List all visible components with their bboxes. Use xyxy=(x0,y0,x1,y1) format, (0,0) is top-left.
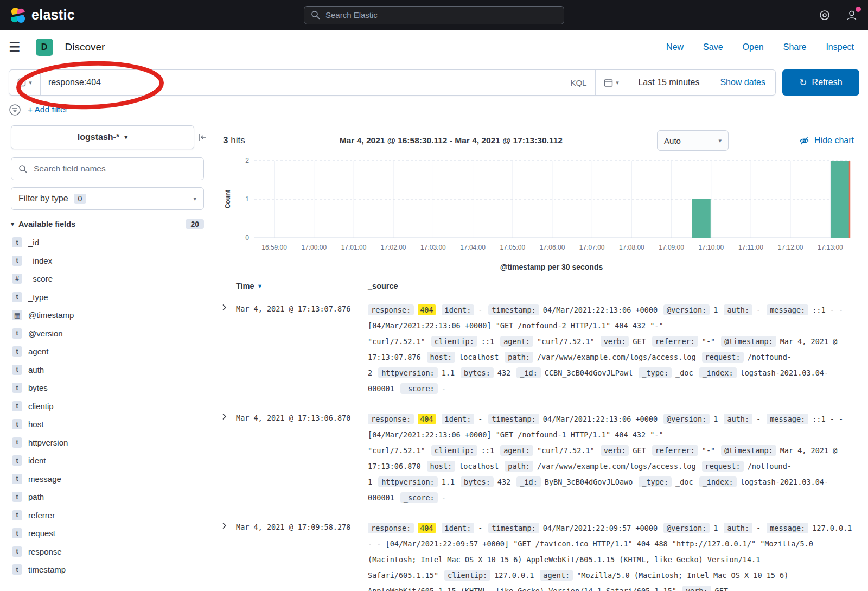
field-item[interactable]: t_id xyxy=(12,233,207,252)
histogram-svg[interactable]: 16:59:0017:00:0017:01:0017:02:0017:03:00… xyxy=(223,156,854,257)
svg-text:17:09:00: 17:09:00 xyxy=(659,244,684,251)
field-item[interactable]: tpath xyxy=(12,488,207,506)
open-button[interactable]: Open xyxy=(743,42,764,52)
field-item[interactable]: trequest xyxy=(12,524,207,543)
svg-text:17:04:00: 17:04:00 xyxy=(460,244,486,251)
field-item[interactable]: tmessage xyxy=(12,470,207,488)
discover-app-badge[interactable]: D xyxy=(36,39,53,56)
source-value: /var/www/example.com/logs/access.log xyxy=(537,462,696,471)
menu-icon[interactable]: ☰ xyxy=(9,40,21,55)
field-sidebar: logstash-* ▾ Search field names Filter b… xyxy=(0,122,215,591)
search-group: ▾ response:404 KQL ▾ Last 15 minutes Sho… xyxy=(9,69,776,96)
save-button[interactable]: Save xyxy=(703,42,723,52)
available-fields-label: Available fields xyxy=(18,220,75,228)
field-item[interactable]: thttpversion xyxy=(12,434,207,452)
string-field-icon: t xyxy=(12,528,22,538)
source-value: ::1 xyxy=(481,337,494,346)
time-range-button[interactable]: Last 15 minutes xyxy=(627,70,710,95)
svg-text:17:08:00: 17:08:00 xyxy=(619,244,644,251)
histogram-chart[interactable]: 16:59:0017:00:0017:01:0017:02:0017:03:00… xyxy=(215,155,868,277)
show-dates-button[interactable]: Show dates xyxy=(710,70,775,95)
field-item[interactable]: tclientip xyxy=(12,397,207,416)
logo-text: elastic xyxy=(31,7,75,23)
source-field-badge: ident: xyxy=(442,304,475,315)
string-field-icon: t xyxy=(12,510,22,520)
filter-icon[interactable] xyxy=(9,104,21,116)
search-field-names-input[interactable]: Search field names xyxy=(11,157,204,180)
add-filter-button[interactable]: + Add filter xyxy=(28,105,68,115)
chevron-right-icon xyxy=(221,304,228,311)
field-name: _index xyxy=(28,256,52,265)
string-field-icon: t xyxy=(12,474,22,484)
source-value: 04/Mar/2021:22:09:57 +0000 xyxy=(543,524,658,532)
expand-row-button[interactable] xyxy=(221,302,236,311)
query-input[interactable]: response:404 xyxy=(41,70,561,95)
source-value: ::1 xyxy=(481,446,494,455)
source-field-badge: _type: xyxy=(639,476,672,487)
filter-count-badge: 0 xyxy=(74,194,87,204)
string-field-icon: t xyxy=(12,455,22,466)
saved-query-menu-button[interactable]: ▾ xyxy=(9,70,41,95)
date-picker-menu-button[interactable]: ▾ xyxy=(596,70,627,95)
deployment-icon[interactable] xyxy=(818,9,831,22)
field-item[interactable]: ▦@timestamp xyxy=(12,306,207,325)
source-value: CCBN_3cB04dGovJLPawl xyxy=(545,368,633,377)
histogram-bar[interactable] xyxy=(831,161,850,238)
chart-title: @timestamp per 30 seconds xyxy=(223,259,854,277)
source-value: ByBN_3cB04dGovJLOawo xyxy=(545,478,633,486)
collapse-sidebar-button[interactable] xyxy=(194,132,210,142)
source-field-badge: _score: xyxy=(400,383,438,394)
field-list: t_idt_index#_scoret_type▦@timestampt@ver… xyxy=(0,231,215,579)
source-field-badge: host: xyxy=(427,461,456,472)
field-item[interactable]: t_type xyxy=(12,288,207,307)
inspect-button[interactable]: Inspect xyxy=(826,42,854,52)
time-column-header[interactable]: Time ▼ xyxy=(236,282,368,290)
nav-actions: New Save Open Share Inspect xyxy=(666,42,854,52)
doc-timestamp: Mar 4, 2021 @ 17:13:07.876 xyxy=(236,302,368,313)
histogram-bar[interactable] xyxy=(692,199,711,238)
expand-row-button[interactable] xyxy=(221,411,236,420)
source-field-badge: timestamp: xyxy=(488,414,539,424)
source-field-badge: referrer: xyxy=(652,336,698,347)
source-value: - xyxy=(478,306,482,314)
field-item[interactable]: tresponse xyxy=(12,543,207,561)
field-item[interactable]: tbytes xyxy=(12,379,207,397)
source-value: "curl/7.52.1" xyxy=(537,337,595,346)
source-value: 1 xyxy=(713,524,718,532)
user-menu-icon[interactable] xyxy=(845,9,858,22)
field-item[interactable]: ttimestamp xyxy=(12,561,207,579)
field-item[interactable]: t_index xyxy=(12,252,207,270)
source-field-badge: request: xyxy=(702,461,744,472)
hide-chart-button[interactable]: Hide chart xyxy=(799,136,854,146)
source-value: - xyxy=(442,384,446,393)
doc-source: response:404ident:-timestamp:04/Mar/2021… xyxy=(368,520,854,591)
field-item[interactable]: treferrer xyxy=(12,506,207,525)
string-field-icon: t xyxy=(12,383,22,393)
interval-select[interactable]: Auto ▾ xyxy=(657,130,729,151)
query-language-button[interactable]: KQL xyxy=(561,70,596,95)
expand-row-button[interactable] xyxy=(221,520,236,529)
saved-query-icon xyxy=(17,78,26,87)
svg-text:17:00:00: 17:00:00 xyxy=(301,244,327,251)
index-pattern-select[interactable]: logstash-* ▾ xyxy=(11,125,194,149)
filter-by-type-select[interactable]: Filter by type 0 ▾ xyxy=(11,187,204,210)
chevron-down-icon[interactable]: ▾ xyxy=(11,220,14,228)
field-item[interactable]: thost xyxy=(12,415,207,434)
field-item[interactable]: tauth xyxy=(12,361,207,379)
doc-timestamp: Mar 4, 2021 @ 17:13:06.870 xyxy=(236,411,368,422)
field-item[interactable]: tident xyxy=(12,452,207,470)
share-button[interactable]: Share xyxy=(783,42,807,52)
global-search-input[interactable]: Search Elastic xyxy=(304,6,564,24)
new-button[interactable]: New xyxy=(666,42,684,52)
source-field-badge: _index: xyxy=(699,367,737,378)
field-item[interactable]: #_score xyxy=(12,270,207,288)
svg-text:17:01:00: 17:01:00 xyxy=(341,244,367,251)
source-value: _doc xyxy=(675,478,693,486)
field-item[interactable]: tagent xyxy=(12,342,207,361)
table-row: Mar 4, 2021 @ 17:13:07.876response:404id… xyxy=(215,295,868,404)
source-value: localhost xyxy=(459,462,499,471)
refresh-button[interactable]: ↻ Refresh xyxy=(782,69,859,96)
field-item[interactable]: t@version xyxy=(12,325,207,343)
source-field-badge: @version: xyxy=(663,414,710,424)
string-field-icon: t xyxy=(12,401,22,411)
